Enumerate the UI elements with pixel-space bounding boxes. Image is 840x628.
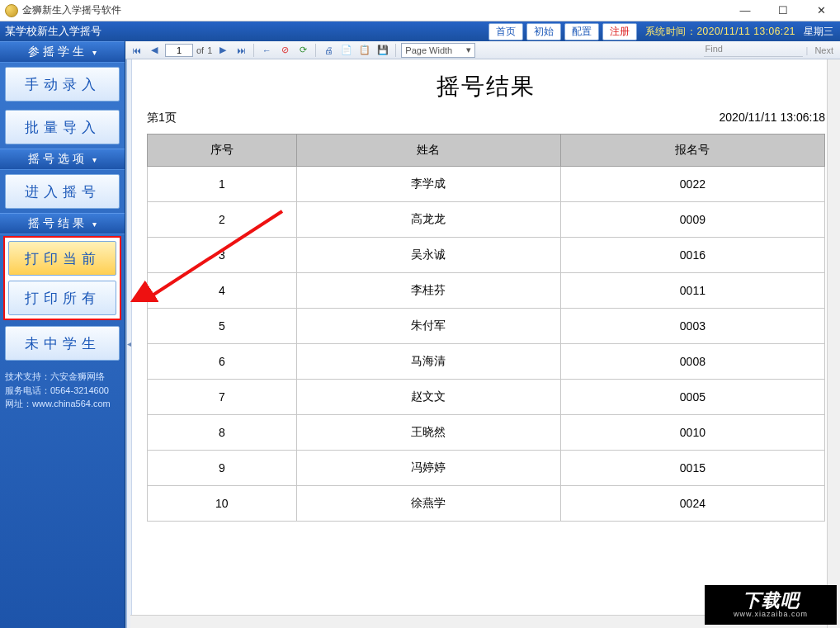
- last-page-icon[interactable]: ⏭: [234, 43, 248, 58]
- col-seq: 序号: [148, 135, 297, 167]
- table-row: 4李桂芬0011: [148, 273, 825, 309]
- next-page-icon[interactable]: ▶: [215, 43, 230, 58]
- chevron-down-icon: ▾: [92, 220, 97, 229]
- sidebar: 参摇学生 ▾ 手动录入 批量导入 摇号选项 ▾ 进入摇号 摇号结果 ▾ 打印当前…: [0, 41, 125, 628]
- first-page-icon[interactable]: ⏮: [129, 43, 144, 58]
- app-subtitle: 某学校新生入学摇号: [5, 24, 101, 39]
- page-total: 1: [207, 45, 212, 55]
- col-regno: 报名号: [560, 135, 824, 167]
- minimize-button[interactable]: —: [726, 0, 764, 21]
- window-titlebar: 金狮新生入学摇号软件 — ☐ ✕: [0, 0, 840, 21]
- page-of-label: of: [196, 45, 204, 55]
- home-button[interactable]: 首页: [488, 23, 523, 40]
- find-next-button[interactable]: Next: [811, 45, 837, 55]
- page-setup-icon[interactable]: 📋: [357, 43, 372, 58]
- report-timestamp: 2020/11/11 13:06:18: [720, 111, 825, 125]
- config-button[interactable]: 配置: [564, 23, 599, 40]
- stop-icon[interactable]: ⊘: [277, 43, 292, 58]
- manual-entry-button[interactable]: 手动录入: [5, 67, 120, 102]
- table-row: 2高龙龙0009: [148, 202, 825, 238]
- system-time: 系统时间：2020/11/11 13:06:21: [640, 25, 800, 39]
- enter-lottery-button[interactable]: 进入摇号: [5, 174, 120, 209]
- vertical-scrollbar[interactable]: [827, 59, 840, 628]
- close-button[interactable]: ✕: [802, 0, 840, 21]
- sidebar-group-options[interactable]: 摇号选项 ▾: [0, 149, 125, 170]
- support-info: 技术支持：六安金狮网络 服务电话：0564-3214600 网址：www.chi…: [0, 365, 125, 416]
- back-icon[interactable]: ←: [259, 43, 274, 58]
- results-table: 序号 姓名 报名号 1李学成00222高龙龙00093吴永诚00164李桂芬00…: [147, 134, 825, 522]
- print-current-button[interactable]: 打印当前: [8, 241, 116, 276]
- table-row: 10徐燕学0024: [148, 486, 825, 522]
- register-button[interactable]: 注册: [602, 23, 637, 40]
- header-buttons: 首页 初始 配置 注册 系统时间：2020/11/11 13:06:21 星期三: [488, 23, 840, 40]
- print-all-button[interactable]: 打印所有: [8, 281, 116, 315]
- window-controls: — ☐ ✕: [726, 0, 840, 21]
- report-toolbar: ⏮ ◀ of 1 ▶ ⏭ ← ⊘ ⟳ 🖨 📄 📋 💾 Page Width ▾ …: [125, 41, 840, 59]
- content-area: ⏮ ◀ of 1 ▶ ⏭ ← ⊘ ⟳ 🖨 📄 📋 💾 Page Width ▾ …: [125, 41, 840, 628]
- report-title: 摇号结果: [147, 71, 825, 102]
- window-title: 金狮新生入学摇号软件: [22, 3, 121, 17]
- refresh-icon[interactable]: ⟳: [295, 43, 310, 58]
- table-row: 5朱付军0003: [148, 309, 825, 344]
- print-buttons-highlight: 打印当前 打印所有: [3, 236, 121, 320]
- table-row: 1李学成0022: [148, 167, 825, 202]
- table-row: 6马海清0008: [148, 344, 825, 380]
- chevron-down-icon: ▾: [92, 48, 97, 57]
- page-number-input[interactable]: [165, 44, 193, 57]
- chevron-down-icon: ▾: [466, 45, 471, 55]
- watermark-logo: 下载吧 www.xiazaiba.com: [705, 585, 837, 625]
- sidebar-group-results[interactable]: 摇号结果 ▾: [0, 213, 125, 234]
- table-row: 9冯婷婷0015: [148, 451, 825, 486]
- export-icon[interactable]: 💾: [375, 43, 390, 58]
- page-label: 第1页: [147, 111, 177, 125]
- weekday-label: 星期三: [804, 25, 833, 39]
- app-header: 某学校新生入学摇号 首页 初始 配置 注册 系统时间：2020/11/11 13…: [0, 21, 840, 41]
- prev-page-icon[interactable]: ◀: [147, 43, 162, 58]
- print-icon[interactable]: 🖨: [321, 43, 336, 58]
- table-row: 8王晓然0010: [148, 415, 825, 451]
- app-icon: [5, 4, 18, 17]
- bulk-import-button[interactable]: 批量导入: [5, 110, 120, 144]
- chevron-down-icon: ▾: [92, 155, 97, 164]
- table-row: 7赵文文0005: [148, 380, 825, 415]
- find-input[interactable]: Find: [704, 44, 803, 57]
- report-page: 摇号结果 第1页 2020/11/11 13:06:18 序号 姓名 报名号 1…: [132, 59, 840, 628]
- table-row: 3吴永诚0016: [148, 238, 825, 273]
- unselected-students-button[interactable]: 未中学生: [5, 326, 120, 361]
- sidebar-group-students[interactable]: 参摇学生 ▾: [0, 41, 125, 63]
- init-button[interactable]: 初始: [526, 23, 561, 40]
- maximize-button[interactable]: ☐: [764, 0, 802, 21]
- zoom-dropdown[interactable]: Page Width ▾: [401, 43, 475, 58]
- col-name: 姓名: [296, 135, 560, 167]
- print-layout-icon[interactable]: 📄: [339, 43, 354, 58]
